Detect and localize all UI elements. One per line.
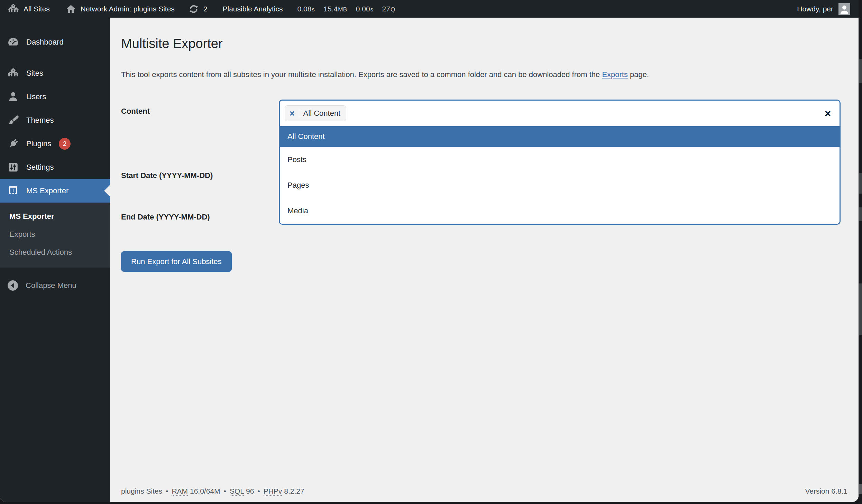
admin-menu: Dashboard <box>0 18 110 502</box>
footer-php-value: 8.2.27 <box>284 487 304 495</box>
adminbar-howdy[interactable]: Howdy, per <box>797 5 833 13</box>
footer-site-name: plugins Sites <box>121 487 162 495</box>
start-date-label: Start Date (YYYY-MM-DD) <box>121 171 213 180</box>
option-pages[interactable]: Pages <box>280 172 840 198</box>
collapse-menu-button[interactable]: Collapse Menu <box>0 277 110 295</box>
sidebar-item-label: Themes <box>26 116 54 125</box>
multisite-houses-icon <box>8 3 19 15</box>
selected-tag-chip: × All Content <box>285 105 346 121</box>
option-posts[interactable]: Posts <box>280 147 840 172</box>
plugins-plug-icon <box>7 138 19 150</box>
browser-window: All Sites Network Admin: plugins Sites <box>0 0 859 502</box>
background-edge-strip <box>859 0 862 504</box>
clear-selection-icon[interactable]: × <box>825 108 831 119</box>
run-export-button[interactable]: Run Export for All Subsites <box>121 251 232 272</box>
sidebar-item-settings[interactable]: Settings <box>0 156 110 179</box>
plausible-label: Plausible Analytics <box>223 5 283 13</box>
stat-memory: 15.4MB <box>323 5 347 13</box>
sidebar-item-label: MS Exporter <box>26 186 68 195</box>
settings-sliders-icon <box>7 161 19 174</box>
page-description: This tool exports content from all subsi… <box>121 69 649 80</box>
collapse-menu-label: Collapse Menu <box>26 281 76 290</box>
dashboard-icon <box>7 36 19 48</box>
sidebar-item-sites[interactable]: Sites <box>0 62 110 85</box>
adminbar-plausible[interactable]: Plausible Analytics <box>223 5 283 13</box>
content-multiselect[interactable]: × All Content × All Content Posts Pages … <box>279 100 841 225</box>
stat-sqltime: 0.00s <box>356 5 374 13</box>
sidebar-item-label: Users <box>26 92 46 101</box>
footer-ram-value: 16.0/64M <box>190 487 220 495</box>
ms-exporter-submenu: MS Exporter Exports Scheduled Actions <box>0 203 110 268</box>
option-all-content[interactable]: All Content <box>280 126 840 147</box>
end-date-label: End Date (YYYY-MM-DD) <box>121 213 210 222</box>
all-sites-label: All Sites <box>24 5 50 13</box>
remove-tag-icon[interactable]: × <box>290 109 295 118</box>
footer-version: Version 6.8.1 <box>805 487 847 495</box>
update-count: 2 <box>203 5 208 13</box>
user-avatar[interactable] <box>838 3 850 15</box>
main-content: Multisite Exporter This tool exports con… <box>110 18 859 502</box>
themes-brush-icon <box>7 114 19 127</box>
network-admin-label: Network Admin: plugins Sites <box>81 5 175 13</box>
adminbar-all-sites[interactable]: All Sites <box>8 3 50 15</box>
sidebar-item-plugins[interactable]: Plugins 2 <box>0 132 110 156</box>
description-text-after: page. <box>628 70 649 79</box>
multiselect-input-area[interactable]: × All Content × <box>280 101 840 126</box>
sidebar-item-users[interactable]: Users <box>0 85 110 109</box>
plugins-update-badge: 2 <box>59 138 71 150</box>
exports-link[interactable]: Exports <box>602 70 628 79</box>
footer-ram-abbr: RAM <box>172 487 188 496</box>
sidebar-item-label: Settings <box>26 163 54 172</box>
update-icon <box>189 4 199 14</box>
description-text: This tool exports content from all subsi… <box>121 70 602 79</box>
submenu-item-scheduled-actions[interactable]: Scheduled Actions <box>0 243 110 261</box>
footer-php-abbr: PHPv <box>264 487 282 496</box>
sidebar-item-dashboard[interactable]: Dashboard <box>0 30 110 54</box>
users-icon <box>7 91 19 103</box>
adminbar-performance-stats: 0.08s 15.4MB 0.00s 27Q <box>297 5 395 13</box>
footer-left: plugins Sites•RAM 16.0/64M•SQL 96•PHPv 8… <box>121 487 304 495</box>
sidebar-item-label: Sites <box>26 69 43 78</box>
sidebar-item-label: Dashboard <box>26 38 64 47</box>
submenu-item-ms-exporter[interactable]: MS Exporter <box>0 207 110 225</box>
stat-queries: 27Q <box>382 5 395 13</box>
footer-sql-value: 96 <box>246 487 254 495</box>
option-media[interactable]: Media <box>280 198 840 224</box>
adminbar-network-admin[interactable]: Network Admin: plugins Sites <box>66 4 175 14</box>
submenu-item-exports[interactable]: Exports <box>0 225 110 243</box>
footer-sql-abbr: SQL <box>230 487 244 496</box>
content-field-label: Content <box>121 107 150 116</box>
collapse-arrow-icon <box>7 280 19 291</box>
home-icon <box>66 4 76 14</box>
wp-admin-bar: All Sites Network Admin: plugins Sites <box>0 0 859 18</box>
stat-time: 0.08s <box>297 5 315 13</box>
selected-tag-label: All Content <box>303 109 341 118</box>
sidebar-item-themes[interactable]: Themes <box>0 109 110 132</box>
sites-icon <box>7 67 19 80</box>
sidebar-item-label: Plugins <box>26 139 51 148</box>
admin-footer: plugins Sites•RAM 16.0/64M•SQL 96•PHPv 8… <box>121 487 847 495</box>
chip-divider <box>299 109 299 118</box>
ms-exporter-download-icon <box>7 185 19 197</box>
adminbar-updates[interactable]: 2 <box>189 4 208 14</box>
page-title: Multisite Exporter <box>121 36 223 52</box>
sidebar-item-ms-exporter[interactable]: MS Exporter <box>0 179 110 203</box>
